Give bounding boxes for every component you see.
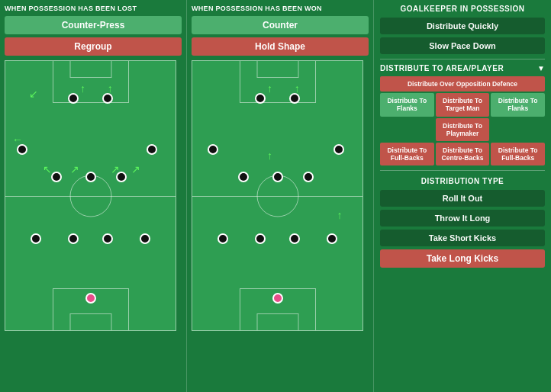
distribute-quickly-button[interactable]: Distribute Quickly [380,18,545,34]
player-dot [238,172,249,182]
distribute-area-header: DISTRIBUTE TO AREA/PLAYER ▼ [380,64,545,72]
arrow-icon: ↗ [131,163,140,175]
divider-2 [380,170,545,171]
distribution-type-title: DISTRIBUTION TYPE [380,177,545,185]
take-short-kicks-button[interactable]: Take Short Kicks [380,230,545,246]
arrow-icon: ↑ [267,149,272,162]
player-dot [272,172,283,182]
top-goal-area [69,61,111,78]
area-flanks-left[interactable]: Distribute To Flanks [380,93,434,116]
bottom-goal-area-2 [256,313,298,330]
player-dot [289,233,300,244]
player-dot [208,144,218,155]
arrow-icon: ↗ [70,163,79,175]
player-dot [218,233,228,244]
pitch-won: ↑ ↑ ↑ ↑ [192,60,363,331]
arrow-icon: ↑ [337,209,343,221]
main-container: WHEN POSSESSION HAS BEEN LOST Counter-Pr… [0,0,551,392]
area-fullbacks-left[interactable]: Distribute To Full-Backs [380,143,434,165]
right-panel: GOALKEEPER IN POSSESSION Distribute Quic… [374,0,551,392]
bottom-goal-area [69,313,111,330]
area-empty-left [380,118,434,141]
player-dot [17,144,27,155]
possession-lost-title: WHEN POSSESSION HAS BEEN LOST [5,5,182,12]
pitch-won-container: ↑ ↑ ↑ ↑ [192,60,369,331]
possession-won-panel: WHEN POSSESSION HAS BEEN WON Counter Hol… [187,0,374,392]
area-playmaker[interactable]: Distribute To Playmaker [436,118,490,141]
player-dot [102,233,113,244]
player-dot [68,93,79,104]
area-target-man[interactable]: Distribute To Target Man [436,93,490,116]
player-dot [147,144,157,155]
possession-won-title: WHEN POSSESSION HAS BEEN WON [192,5,369,12]
counter-button[interactable]: Counter [192,16,369,34]
goalkeeper-dot-2 [272,293,283,304]
take-long-kicks-button[interactable]: Take Long Kicks [380,249,545,268]
roll-it-out-button[interactable]: Roll It Out [380,190,545,207]
player-dot [102,93,113,104]
area-empty-right [491,118,545,141]
player-dot [51,172,62,182]
area-centrebacks[interactable]: Distribute To Centre-Backs [436,143,490,165]
area-over-defence[interactable]: Distribute Over Opposition Defence [380,76,545,92]
pitch-lost-container: ↙ ↑ ↑ ← ↖ ↗ ↗ ↗ [5,60,182,331]
chevron-down-icon[interactable]: ▼ [537,64,545,72]
hold-shape-button[interactable]: Hold Shape [192,37,369,56]
arrow-icon: ↑ [80,82,85,95]
throw-it-long-button[interactable]: Throw It Long [380,210,545,227]
slow-pace-button[interactable]: Slow Pace Down [380,37,545,54]
player-dot [289,93,300,104]
player-dot [31,233,41,244]
player-dot [255,93,266,104]
arrow-icon: ↖ [43,163,52,175]
regroup-button[interactable]: Regroup [5,37,182,56]
top-goal-area-2 [256,61,298,78]
arrow-icon: ↑ [267,82,272,95]
divider-1 [380,59,545,59]
arrow-icon: ↗ [111,163,120,175]
player-dot [255,233,266,244]
player-dot [140,233,150,244]
possession-lost-panel: WHEN POSSESSION HAS BEEN LOST Counter-Pr… [0,0,187,392]
distribute-area-grid: Distribute Over Opposition Defence Distr… [380,76,545,165]
distribute-area-title: DISTRIBUTE TO AREA/PLAYER [380,64,504,72]
player-dot [303,172,314,182]
goalkeeper-dot [85,293,96,304]
counter-press-button[interactable]: Counter-Press [5,16,182,34]
gk-section-title: GOALKEEPER IN POSSESSION [380,5,545,13]
player-dot [85,172,96,182]
player-dot [68,233,79,244]
arrow-icon: ← [12,133,23,146]
arrow-icon: ↑ [295,82,300,95]
player-dot [327,233,337,244]
arrow-icon: ↙ [29,88,38,100]
pitch-lost: ↙ ↑ ↑ ← ↖ ↗ ↗ ↗ [5,60,176,331]
area-flanks-right[interactable]: Distribute To Flanks [491,93,545,116]
player-dot [334,144,344,155]
area-fullbacks-right[interactable]: Distribute To Full-Backs [491,143,545,165]
arrow-icon: ↑ [108,82,113,95]
